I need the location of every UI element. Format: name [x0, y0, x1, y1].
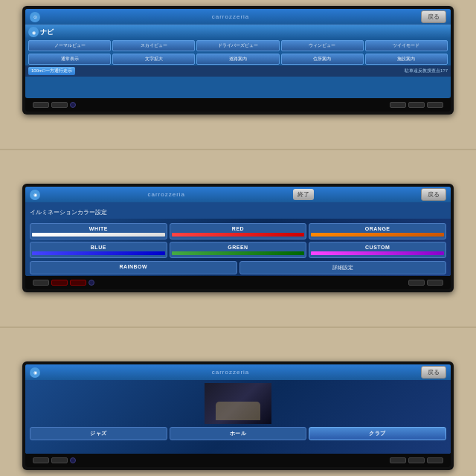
music-nav-icon: ◉	[30, 367, 40, 378]
bottom-btn-5[interactable]	[427, 102, 443, 108]
white-label: WHITE	[32, 226, 165, 231]
func-buttons-row: 通常表示 文字拡大 道路案内 位所案内 施設案内	[25, 53, 451, 65]
color-option-white[interactable]: WHITE	[30, 223, 167, 239]
music-preview	[205, 383, 271, 424]
sky-view-btn[interactable]: スカイビュー	[112, 40, 195, 51]
bottom-btn-2[interactable]	[51, 102, 68, 108]
divider-2	[0, 327, 476, 328]
device-section-3: ◉ carrozzeria 戻る ジャズ ホール クラブ	[7, 361, 469, 470]
color-option-red[interactable]: RED	[170, 223, 307, 239]
bottom-btn-1[interactable]	[33, 102, 49, 108]
map-info-text: 駐車遠反教捜查点1?7	[405, 68, 448, 74]
club-btn[interactable]: クラブ	[309, 427, 446, 440]
device-section-1: ⊙ carrozzeria 戻る ◉ ナビ ノーマルビュー スカイビュー ドライ…	[7, 6, 469, 115]
music-header: ◉ carrozzeria 戻る	[25, 364, 451, 380]
brand-logo-1: carrozzeria	[212, 13, 250, 20]
driver-view-btn[interactable]: ドライバーズビュー	[196, 40, 279, 51]
normal-view-btn[interactable]: ノーマルビュー	[28, 40, 111, 51]
custom-swatch	[311, 251, 444, 255]
orange-label: ORANGE	[311, 226, 444, 231]
bottom-right-controls-3	[390, 457, 443, 463]
bottom-btn-8[interactable]	[70, 280, 86, 286]
mode-buttons-row: ノーマルビュー スカイビュー ドライバーズビュー ウィンビュー ツイイモード	[25, 39, 451, 53]
color-nav-icon: ◉	[30, 190, 40, 200]
nav-mode-icon: ◉	[28, 27, 39, 37]
hall-btn[interactable]: ホール	[170, 427, 307, 440]
road-guide-btn[interactable]: 道路案内	[196, 54, 279, 65]
blue-swatch	[32, 251, 165, 255]
divider-1	[0, 149, 476, 150]
bottom-nav-btn-left[interactable]	[70, 102, 76, 108]
orange-swatch	[311, 233, 444, 237]
bottom-nav-btn-3[interactable]	[70, 457, 76, 463]
device-body-2: ◉ carrozzeria 終了 戻る イルミネーションカラー設定 WHITE …	[22, 184, 454, 292]
nav-icon-1: ⊙	[30, 12, 40, 22]
device-bottom-bar-1	[25, 98, 451, 112]
map-btn[interactable]: 100m□一方通行走示	[28, 67, 75, 75]
back-button-2[interactable]: 戻る	[421, 188, 446, 201]
bottom-btn-13[interactable]	[390, 457, 406, 463]
bottom-right-controls	[390, 102, 443, 108]
music-body: ジャズ ホール クラブ	[25, 380, 451, 454]
bottom-nav-btn-2[interactable]	[89, 280, 94, 286]
color-grid: WHITE RED ORANGE BLUE	[28, 222, 448, 260]
color-settings-title-bar: イルミネーションカラー設定	[25, 202, 451, 219]
red-label: RED	[172, 226, 305, 231]
device-bottom-bar-2	[25, 276, 451, 289]
brand-logo-3: carrozzeria	[212, 369, 250, 376]
bottom-btn-12[interactable]	[51, 457, 68, 463]
hands-silhouette	[216, 402, 260, 420]
bottom-btn-7[interactable]	[51, 280, 68, 286]
bottom-left-controls	[33, 102, 76, 108]
bottom-left-controls-2	[33, 280, 94, 286]
nav-title-1: ナビ	[40, 28, 54, 37]
custom-label: CUSTOM	[311, 245, 444, 250]
back-button-1[interactable]: 戻る	[421, 10, 446, 23]
bottom-btn-11[interactable]	[33, 457, 49, 463]
color-settings-screen: ◉ carrozzeria 終了 戻る イルミネーションカラー設定 WHITE …	[25, 187, 451, 276]
bottom-btn-6[interactable]	[33, 280, 49, 286]
music-preview-inner	[205, 383, 271, 424]
jazz-btn[interactable]: ジャズ	[30, 427, 167, 440]
color-option-blue[interactable]: BLUE	[30, 242, 167, 258]
device-section-2: ◉ carrozzeria 終了 戻る イルミネーションカラー設定 WHITE …	[7, 184, 469, 292]
twin-mode-btn[interactable]: ツイイモード	[365, 40, 448, 51]
rainbow-button[interactable]: RAINBOW	[30, 261, 237, 274]
bottom-btn-4[interactable]	[408, 102, 425, 108]
white-swatch	[32, 233, 165, 237]
device-bottom-bar-3	[25, 454, 451, 467]
facility-guide-btn[interactable]: 施設案内	[365, 54, 448, 65]
color-option-custom[interactable]: CUSTOM	[309, 242, 446, 258]
bottom-right-controls-2	[408, 280, 443, 286]
bottom-btn-10[interactable]	[427, 280, 443, 286]
brand-logo-2: carrozzeria	[147, 191, 185, 198]
bottom-btn-14[interactable]	[408, 457, 425, 463]
map-info-area: 100m□一方通行走示 駐車遠反教捜查点1?7	[25, 65, 451, 77]
color-option-green[interactable]: GREEN	[170, 242, 307, 258]
navigation-screen: ⊙ carrozzeria 戻る ◉ ナビ ノーマルビュー スカイビュー ドライ…	[25, 9, 451, 98]
win-view-btn[interactable]: ウィンビュー	[281, 40, 364, 51]
color-option-orange[interactable]: ORANGE	[309, 223, 446, 239]
green-label: GREEN	[172, 245, 305, 250]
bottom-btn-9[interactable]	[408, 280, 425, 286]
back-button-3[interactable]: 戻る	[421, 366, 446, 379]
nav-bar-1: ◉ ナビ	[25, 25, 451, 39]
text-enlarge-btn[interactable]: 文字拡大	[112, 54, 195, 65]
device-body-3: ◉ carrozzeria 戻る ジャズ ホール クラブ	[22, 361, 454, 470]
green-swatch	[172, 251, 305, 255]
color-settings-title: イルミネーションカラー設定	[30, 209, 107, 216]
finished-button[interactable]: 終了	[293, 189, 314, 200]
screen-header-1: ⊙ carrozzeria 戻る	[25, 9, 451, 25]
rainbow-row: RAINBOW 詳細設定	[28, 260, 448, 276]
bottom-left-controls-3	[33, 457, 76, 463]
bottom-btn-3[interactable]	[390, 102, 406, 108]
color-settings-header: ◉ carrozzeria 終了 戻る	[25, 187, 451, 202]
color-settings-body: WHITE RED ORANGE BLUE	[25, 219, 451, 276]
loc-guide-btn[interactable]: 位所案内	[281, 54, 364, 65]
bottom-btn-15[interactable]	[427, 457, 443, 463]
detail-button[interactable]: 詳細設定	[239, 261, 447, 274]
music-screen: ◉ carrozzeria 戻る ジャズ ホール クラブ	[25, 364, 451, 454]
device-body-1: ⊙ carrozzeria 戻る ◉ ナビ ノーマルビュー スカイビュー ドライ…	[22, 6, 454, 115]
normal-display-btn[interactable]: 通常表示	[28, 54, 111, 65]
red-swatch	[172, 233, 305, 237]
